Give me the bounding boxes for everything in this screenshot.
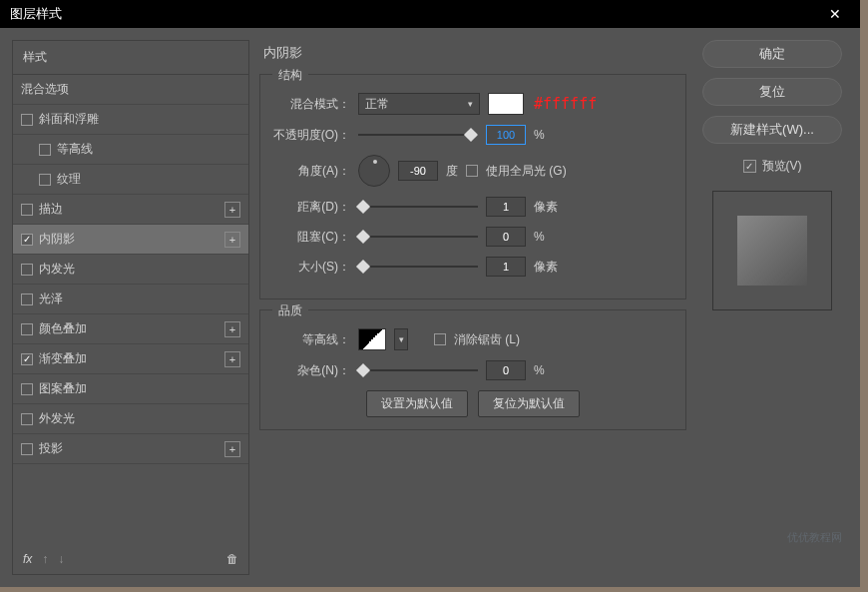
global-light-label: 使用全局光 (G) (486, 163, 567, 180)
noise-input[interactable] (486, 360, 526, 380)
checkbox-icon[interactable] (21, 294, 33, 305)
section-title: 内阴影 (259, 40, 686, 64)
opacity-slider[interactable] (358, 128, 478, 142)
watermark: 优优教程网 (787, 530, 842, 545)
preview-label: 预览(V) (762, 158, 802, 175)
arrow-up-icon[interactable]: ↑ (42, 552, 48, 566)
checkbox-icon[interactable]: ✓ (21, 234, 33, 246)
structure-group-title: 结构 (272, 67, 308, 84)
size-label: 大小(S)： (272, 259, 350, 276)
quality-group: 品质 等高线： ▾ 消除锯齿 (L) 杂色(N)： % 设置为默认值 (259, 309, 686, 430)
angle-dial[interactable] (358, 155, 390, 187)
plus-icon[interactable]: + (224, 441, 240, 457)
sidebar-item-blend-options[interactable]: 混合选项 (13, 75, 248, 105)
angle-input[interactable] (398, 161, 438, 181)
contour-dropdown[interactable]: ▾ (394, 328, 408, 350)
sidebar-item-satin[interactable]: 光泽 (13, 285, 248, 314)
blend-mode-label: 混合模式： (272, 96, 350, 113)
preview-box (712, 191, 832, 310)
angle-unit: 度 (446, 163, 458, 180)
choke-slider[interactable] (358, 230, 478, 244)
contour-swatch[interactable] (358, 328, 386, 350)
distance-input[interactable] (486, 197, 526, 217)
sidebar-item-gradient-overlay[interactable]: ✓渐变叠加+ (13, 344, 248, 374)
sidebar-item-pattern-overlay[interactable]: 图案叠加 (13, 374, 248, 404)
close-button[interactable]: ✕ (820, 0, 850, 28)
new-style-button[interactable]: 新建样式(W)... (702, 116, 842, 144)
sidebar-header-styles[interactable]: 样式 (13, 41, 248, 75)
choke-unit: % (534, 230, 564, 244)
trash-icon[interactable]: 🗑 (226, 552, 238, 566)
layer-style-dialog: 图层样式 ✕ 样式 混合选项 斜面和浮雕 等高线 纹理 描边+ ✓内阴影+ 内发… (0, 0, 860, 587)
main-panel: 内阴影 结构 混合模式： 正常▾ #ffffff 不透明度(O)： % 角度(A (259, 40, 686, 575)
sidebar-footer: fx ↑ ↓ 🗑 (13, 544, 248, 574)
checkbox-icon[interactable] (21, 443, 33, 455)
global-light-checkbox[interactable] (466, 165, 478, 177)
sidebar-item-contour[interactable]: 等高线 (13, 135, 248, 165)
angle-label: 角度(A)： (272, 163, 350, 180)
color-swatch[interactable] (488, 93, 524, 115)
checkbox-icon[interactable] (21, 413, 33, 425)
contour-label: 等高线： (272, 331, 350, 348)
noise-slider[interactable] (358, 363, 478, 377)
dialog-title: 图层样式 (10, 5, 62, 23)
choke-input[interactable] (486, 227, 526, 247)
structure-group: 结构 混合模式： 正常▾ #ffffff 不透明度(O)： % 角度(A)： (259, 74, 686, 299)
close-icon: ✕ (829, 6, 841, 22)
plus-icon[interactable]: + (224, 202, 240, 218)
right-panel: 确定 复位 新建样式(W)... ✓ 预览(V) (696, 40, 848, 575)
antialias-label: 消除锯齿 (L) (454, 331, 520, 348)
sidebar-item-stroke[interactable]: 描边+ (13, 195, 248, 225)
checkbox-icon[interactable] (21, 114, 33, 126)
checkbox-icon[interactable] (39, 144, 51, 156)
preview-checkbox[interactable]: ✓ (743, 160, 756, 173)
blend-mode-dropdown[interactable]: 正常▾ (358, 93, 480, 115)
hex-annotation: #ffffff (534, 95, 597, 113)
checkbox-icon[interactable] (39, 174, 51, 186)
reset-default-button[interactable]: 复位为默认值 (478, 390, 580, 417)
antialias-checkbox[interactable] (434, 333, 446, 345)
noise-label: 杂色(N)： (272, 362, 350, 379)
distance-label: 距离(D)： (272, 199, 350, 216)
arrow-down-icon[interactable]: ↓ (58, 552, 64, 566)
size-input[interactable] (486, 257, 526, 277)
sidebar-item-color-overlay[interactable]: 颜色叠加+ (13, 314, 248, 344)
fx-icon[interactable]: fx (23, 552, 32, 566)
sidebar-item-drop-shadow[interactable]: 投影+ (13, 434, 248, 464)
checkbox-icon[interactable] (21, 323, 33, 335)
checkbox-icon[interactable] (21, 383, 33, 395)
plus-icon[interactable]: + (224, 232, 240, 248)
style-sidebar: 样式 混合选项 斜面和浮雕 等高线 纹理 描边+ ✓内阴影+ 内发光 光泽 颜色… (12, 40, 249, 575)
checkbox-icon[interactable] (21, 264, 33, 276)
opacity-label: 不透明度(O)： (272, 127, 350, 144)
checkbox-icon[interactable] (21, 204, 33, 216)
titlebar[interactable]: 图层样式 ✕ (0, 0, 860, 28)
noise-unit: % (534, 363, 564, 377)
sidebar-item-outer-glow[interactable]: 外发光 (13, 404, 248, 434)
size-slider[interactable] (358, 260, 478, 274)
ok-button[interactable]: 确定 (702, 40, 842, 68)
sidebar-item-inner-glow[interactable]: 内发光 (13, 255, 248, 285)
make-default-button[interactable]: 设置为默认值 (366, 390, 468, 417)
opacity-unit: % (534, 128, 564, 142)
distance-slider[interactable] (358, 200, 478, 214)
opacity-input[interactable] (486, 125, 526, 145)
plus-icon[interactable]: + (224, 321, 240, 337)
quality-group-title: 品质 (272, 302, 308, 319)
plus-icon[interactable]: + (224, 351, 240, 367)
choke-label: 阻塞(C)： (272, 229, 350, 246)
cancel-button[interactable]: 复位 (702, 78, 842, 106)
sidebar-item-inner-shadow[interactable]: ✓内阴影+ (13, 225, 248, 255)
sidebar-item-bevel[interactable]: 斜面和浮雕 (13, 105, 248, 135)
preview-swatch (737, 216, 807, 286)
chevron-down-icon: ▾ (468, 99, 473, 109)
checkbox-icon[interactable]: ✓ (21, 353, 33, 365)
sidebar-item-texture[interactable]: 纹理 (13, 165, 248, 195)
distance-unit: 像素 (534, 199, 564, 216)
size-unit: 像素 (534, 259, 564, 276)
